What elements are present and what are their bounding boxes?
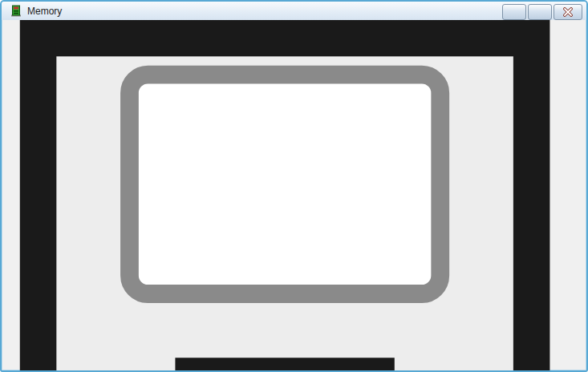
restore-button[interactable]: [528, 4, 552, 20]
save-icon: [2, 2, 586, 372]
window-controls: [502, 4, 582, 20]
save-button[interactable]: [2, 2, 586, 372]
window-title: Memory: [27, 6, 62, 17]
memory-window: Memory bin: [0, 0, 588, 372]
toolbar: bin: [2, 2, 586, 372]
close-icon: [562, 7, 574, 17]
close-button[interactable]: [554, 4, 582, 20]
memory-chip-icon: [10, 5, 22, 18]
titlebar: Memory: [2, 2, 586, 20]
minimize-button[interactable]: [502, 4, 526, 20]
